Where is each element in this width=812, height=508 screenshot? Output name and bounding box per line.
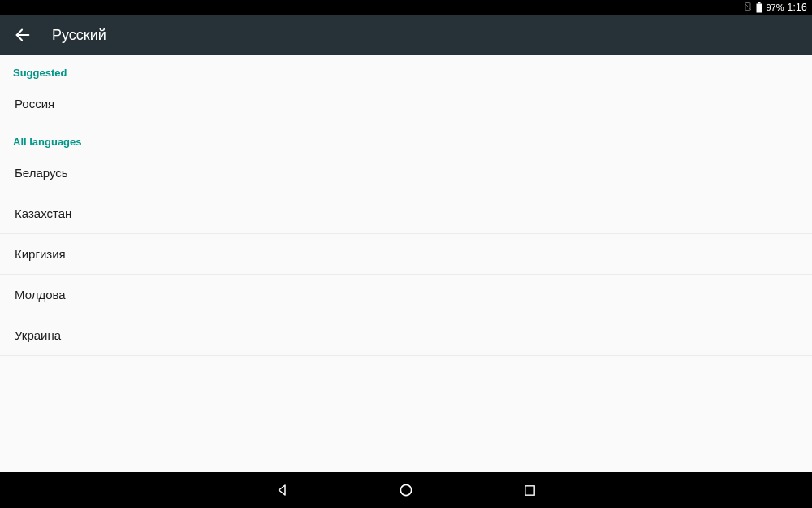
- back-button[interactable]: [13, 25, 32, 45]
- nav-recent-button[interactable]: [520, 481, 538, 499]
- content-area: Suggested Россия All languages Беларусь …: [0, 55, 812, 472]
- battery-icon: [756, 2, 762, 13]
- section-header-all: All languages: [0, 124, 812, 153]
- section-header-suggested: Suggested: [0, 55, 812, 84]
- list-item[interactable]: Украина: [0, 315, 812, 356]
- nav-home-button[interactable]: [397, 481, 415, 499]
- clock: 1:16: [787, 2, 807, 13]
- nav-back-button[interactable]: [274, 481, 292, 499]
- list-item[interactable]: Молдова: [0, 275, 812, 315]
- svg-point-5: [400, 484, 411, 495]
- svg-rect-2: [758, 2, 761, 4]
- no-sim-icon: [743, 2, 753, 14]
- page-title: Русский: [52, 27, 106, 44]
- svg-rect-6: [525, 485, 533, 494]
- list-item[interactable]: Россия: [0, 84, 812, 124]
- list-item[interactable]: Киргизия: [0, 234, 812, 275]
- navigation-bar: [0, 472, 812, 508]
- list-item[interactable]: Беларусь: [0, 153, 812, 193]
- list-item[interactable]: Казахстан: [0, 193, 812, 234]
- status-bar: 97% 1:16: [0, 0, 812, 15]
- battery-percent: 97%: [766, 2, 784, 12]
- svg-rect-3: [757, 3, 762, 12]
- app-bar: Русский: [0, 15, 812, 55]
